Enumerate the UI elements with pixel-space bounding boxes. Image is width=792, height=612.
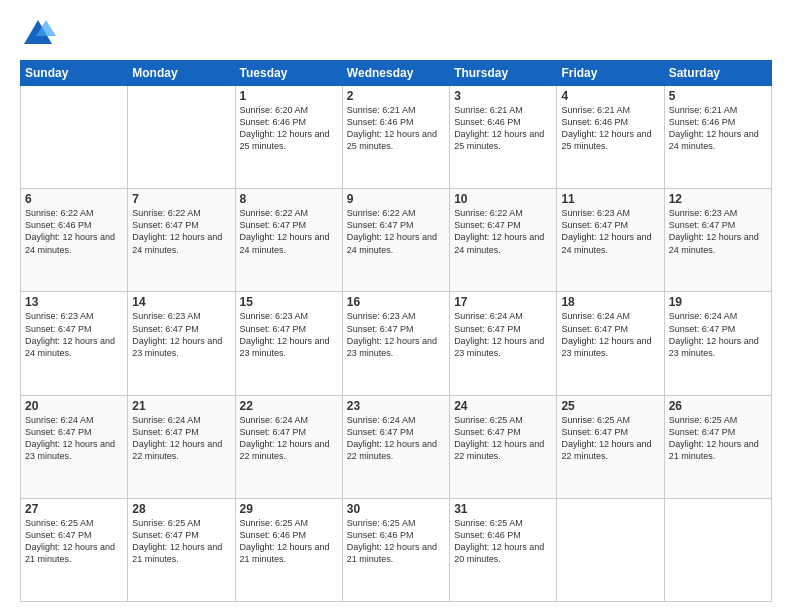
day-number: 14 <box>132 295 230 309</box>
day-info: Sunrise: 6:23 AM Sunset: 6:47 PM Dayligh… <box>347 310 445 359</box>
day-number: 28 <box>132 502 230 516</box>
day-number: 23 <box>347 399 445 413</box>
calendar-header-monday: Monday <box>128 61 235 86</box>
day-number: 21 <box>132 399 230 413</box>
calendar-header-thursday: Thursday <box>450 61 557 86</box>
calendar-week-3: 13Sunrise: 6:23 AM Sunset: 6:47 PM Dayli… <box>21 292 772 395</box>
calendar-cell: 25Sunrise: 6:25 AM Sunset: 6:47 PM Dayli… <box>557 395 664 498</box>
day-number: 16 <box>347 295 445 309</box>
calendar-cell: 8Sunrise: 6:22 AM Sunset: 6:47 PM Daylig… <box>235 189 342 292</box>
calendar-cell: 24Sunrise: 6:25 AM Sunset: 6:47 PM Dayli… <box>450 395 557 498</box>
calendar-cell: 30Sunrise: 6:25 AM Sunset: 6:46 PM Dayli… <box>342 498 449 601</box>
day-info: Sunrise: 6:22 AM Sunset: 6:46 PM Dayligh… <box>25 207 123 256</box>
day-info: Sunrise: 6:24 AM Sunset: 6:47 PM Dayligh… <box>454 310 552 359</box>
calendar-cell: 6Sunrise: 6:22 AM Sunset: 6:46 PM Daylig… <box>21 189 128 292</box>
calendar-cell: 14Sunrise: 6:23 AM Sunset: 6:47 PM Dayli… <box>128 292 235 395</box>
calendar-cell: 28Sunrise: 6:25 AM Sunset: 6:47 PM Dayli… <box>128 498 235 601</box>
day-info: Sunrise: 6:24 AM Sunset: 6:47 PM Dayligh… <box>132 414 230 463</box>
day-info: Sunrise: 6:24 AM Sunset: 6:47 PM Dayligh… <box>240 414 338 463</box>
calendar-week-2: 6Sunrise: 6:22 AM Sunset: 6:46 PM Daylig… <box>21 189 772 292</box>
calendar-cell: 29Sunrise: 6:25 AM Sunset: 6:46 PM Dayli… <box>235 498 342 601</box>
calendar-cell: 4Sunrise: 6:21 AM Sunset: 6:46 PM Daylig… <box>557 86 664 189</box>
day-number: 17 <box>454 295 552 309</box>
calendar-cell: 1Sunrise: 6:20 AM Sunset: 6:46 PM Daylig… <box>235 86 342 189</box>
day-number: 24 <box>454 399 552 413</box>
day-number: 7 <box>132 192 230 206</box>
calendar-week-5: 27Sunrise: 6:25 AM Sunset: 6:47 PM Dayli… <box>21 498 772 601</box>
calendar-cell <box>21 86 128 189</box>
calendar-cell <box>664 498 771 601</box>
calendar-header-saturday: Saturday <box>664 61 771 86</box>
calendar-cell: 11Sunrise: 6:23 AM Sunset: 6:47 PM Dayli… <box>557 189 664 292</box>
day-number: 6 <box>25 192 123 206</box>
day-info: Sunrise: 6:25 AM Sunset: 6:46 PM Dayligh… <box>240 517 338 566</box>
day-info: Sunrise: 6:20 AM Sunset: 6:46 PM Dayligh… <box>240 104 338 153</box>
day-number: 26 <box>669 399 767 413</box>
day-info: Sunrise: 6:23 AM Sunset: 6:47 PM Dayligh… <box>132 310 230 359</box>
day-info: Sunrise: 6:21 AM Sunset: 6:46 PM Dayligh… <box>347 104 445 153</box>
day-number: 15 <box>240 295 338 309</box>
day-info: Sunrise: 6:24 AM Sunset: 6:47 PM Dayligh… <box>561 310 659 359</box>
calendar-cell <box>557 498 664 601</box>
calendar-cell: 19Sunrise: 6:24 AM Sunset: 6:47 PM Dayli… <box>664 292 771 395</box>
day-info: Sunrise: 6:23 AM Sunset: 6:47 PM Dayligh… <box>669 207 767 256</box>
day-info: Sunrise: 6:24 AM Sunset: 6:47 PM Dayligh… <box>669 310 767 359</box>
calendar-cell: 12Sunrise: 6:23 AM Sunset: 6:47 PM Dayli… <box>664 189 771 292</box>
header <box>20 16 772 52</box>
calendar-header-row: SundayMondayTuesdayWednesdayThursdayFrid… <box>21 61 772 86</box>
day-info: Sunrise: 6:23 AM Sunset: 6:47 PM Dayligh… <box>25 310 123 359</box>
day-number: 5 <box>669 89 767 103</box>
day-number: 3 <box>454 89 552 103</box>
day-info: Sunrise: 6:24 AM Sunset: 6:47 PM Dayligh… <box>347 414 445 463</box>
day-number: 25 <box>561 399 659 413</box>
day-number: 12 <box>669 192 767 206</box>
logo-icon <box>20 16 56 52</box>
day-number: 18 <box>561 295 659 309</box>
calendar-cell: 22Sunrise: 6:24 AM Sunset: 6:47 PM Dayli… <box>235 395 342 498</box>
calendar-cell: 17Sunrise: 6:24 AM Sunset: 6:47 PM Dayli… <box>450 292 557 395</box>
calendar-cell: 10Sunrise: 6:22 AM Sunset: 6:47 PM Dayli… <box>450 189 557 292</box>
calendar-cell: 18Sunrise: 6:24 AM Sunset: 6:47 PM Dayli… <box>557 292 664 395</box>
day-number: 8 <box>240 192 338 206</box>
day-info: Sunrise: 6:21 AM Sunset: 6:46 PM Dayligh… <box>561 104 659 153</box>
day-number: 11 <box>561 192 659 206</box>
calendar-week-1: 1Sunrise: 6:20 AM Sunset: 6:46 PM Daylig… <box>21 86 772 189</box>
day-info: Sunrise: 6:22 AM Sunset: 6:47 PM Dayligh… <box>454 207 552 256</box>
calendar-cell: 2Sunrise: 6:21 AM Sunset: 6:46 PM Daylig… <box>342 86 449 189</box>
day-number: 4 <box>561 89 659 103</box>
calendar-cell: 9Sunrise: 6:22 AM Sunset: 6:47 PM Daylig… <box>342 189 449 292</box>
day-number: 22 <box>240 399 338 413</box>
day-info: Sunrise: 6:25 AM Sunset: 6:46 PM Dayligh… <box>454 517 552 566</box>
calendar-header-wednesday: Wednesday <box>342 61 449 86</box>
day-info: Sunrise: 6:25 AM Sunset: 6:47 PM Dayligh… <box>669 414 767 463</box>
day-info: Sunrise: 6:25 AM Sunset: 6:46 PM Dayligh… <box>347 517 445 566</box>
logo <box>20 16 60 52</box>
calendar-header-tuesday: Tuesday <box>235 61 342 86</box>
calendar-cell: 7Sunrise: 6:22 AM Sunset: 6:47 PM Daylig… <box>128 189 235 292</box>
day-info: Sunrise: 6:25 AM Sunset: 6:47 PM Dayligh… <box>454 414 552 463</box>
day-info: Sunrise: 6:22 AM Sunset: 6:47 PM Dayligh… <box>132 207 230 256</box>
day-number: 29 <box>240 502 338 516</box>
day-number: 10 <box>454 192 552 206</box>
day-number: 19 <box>669 295 767 309</box>
day-number: 2 <box>347 89 445 103</box>
day-number: 13 <box>25 295 123 309</box>
day-info: Sunrise: 6:22 AM Sunset: 6:47 PM Dayligh… <box>347 207 445 256</box>
calendar: SundayMondayTuesdayWednesdayThursdayFrid… <box>20 60 772 602</box>
calendar-cell: 20Sunrise: 6:24 AM Sunset: 6:47 PM Dayli… <box>21 395 128 498</box>
calendar-cell: 26Sunrise: 6:25 AM Sunset: 6:47 PM Dayli… <box>664 395 771 498</box>
calendar-cell <box>128 86 235 189</box>
calendar-cell: 3Sunrise: 6:21 AM Sunset: 6:46 PM Daylig… <box>450 86 557 189</box>
calendar-header-sunday: Sunday <box>21 61 128 86</box>
calendar-cell: 27Sunrise: 6:25 AM Sunset: 6:47 PM Dayli… <box>21 498 128 601</box>
day-info: Sunrise: 6:25 AM Sunset: 6:47 PM Dayligh… <box>561 414 659 463</box>
calendar-cell: 16Sunrise: 6:23 AM Sunset: 6:47 PM Dayli… <box>342 292 449 395</box>
day-info: Sunrise: 6:22 AM Sunset: 6:47 PM Dayligh… <box>240 207 338 256</box>
day-number: 1 <box>240 89 338 103</box>
calendar-week-4: 20Sunrise: 6:24 AM Sunset: 6:47 PM Dayli… <box>21 395 772 498</box>
calendar-cell: 31Sunrise: 6:25 AM Sunset: 6:46 PM Dayli… <box>450 498 557 601</box>
day-number: 30 <box>347 502 445 516</box>
calendar-cell: 13Sunrise: 6:23 AM Sunset: 6:47 PM Dayli… <box>21 292 128 395</box>
calendar-cell: 5Sunrise: 6:21 AM Sunset: 6:46 PM Daylig… <box>664 86 771 189</box>
day-info: Sunrise: 6:23 AM Sunset: 6:47 PM Dayligh… <box>240 310 338 359</box>
